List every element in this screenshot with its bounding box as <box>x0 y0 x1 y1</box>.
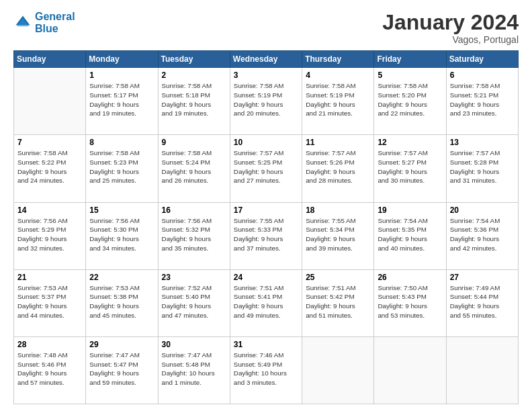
day-number: 30 <box>162 340 226 349</box>
day-info: Sunrise: 7:57 AM Sunset: 5:28 PM Dayligh… <box>450 148 515 185</box>
calendar-cell: 1Sunrise: 7:58 AM Sunset: 5:17 PM Daylig… <box>86 68 158 135</box>
calendar-day-header: Tuesday <box>158 51 230 68</box>
week-row: 1Sunrise: 7:58 AM Sunset: 5:17 PM Daylig… <box>14 68 519 135</box>
day-info: Sunrise: 7:46 AM Sunset: 5:49 PM Dayligh… <box>234 351 298 387</box>
day-number: 7 <box>17 138 82 147</box>
day-info: Sunrise: 7:58 AM Sunset: 5:21 PM Dayligh… <box>450 81 515 118</box>
day-info: Sunrise: 7:53 AM Sunset: 5:37 PM Dayligh… <box>17 283 82 320</box>
calendar-cell: 17Sunrise: 7:55 AM Sunset: 5:33 PM Dayli… <box>230 202 302 269</box>
day-number: 26 <box>378 273 442 282</box>
calendar-table: SundayMondayTuesdayWednesdayThursdayFrid… <box>13 50 519 404</box>
calendar-header-row: SundayMondayTuesdayWednesdayThursdayFrid… <box>14 51 519 68</box>
calendar-cell: 16Sunrise: 7:56 AM Sunset: 5:32 PM Dayli… <box>158 202 230 269</box>
calendar-cell: 22Sunrise: 7:53 AM Sunset: 5:38 PM Dayli… <box>86 269 158 336</box>
calendar-cell <box>14 68 86 135</box>
day-info: Sunrise: 7:49 AM Sunset: 5:44 PM Dayligh… <box>450 283 515 320</box>
day-info: Sunrise: 7:48 AM Sunset: 5:46 PM Dayligh… <box>17 351 82 387</box>
main-title: January 2024 <box>382 11 519 34</box>
day-number: 9 <box>162 138 226 147</box>
day-number: 29 <box>89 340 154 349</box>
day-info: Sunrise: 7:50 AM Sunset: 5:43 PM Dayligh… <box>378 283 442 320</box>
day-info: Sunrise: 7:56 AM Sunset: 5:29 PM Dayligh… <box>17 216 82 253</box>
day-info: Sunrise: 7:52 AM Sunset: 5:40 PM Dayligh… <box>162 283 226 320</box>
day-number: 31 <box>234 340 298 349</box>
calendar-cell: 6Sunrise: 7:58 AM Sunset: 5:21 PM Daylig… <box>446 68 518 135</box>
calendar-cell: 11Sunrise: 7:57 AM Sunset: 5:26 PM Dayli… <box>302 135 374 202</box>
day-info: Sunrise: 7:51 AM Sunset: 5:41 PM Dayligh… <box>234 283 298 320</box>
calendar-cell: 31Sunrise: 7:46 AM Sunset: 5:49 PM Dayli… <box>230 336 302 404</box>
day-number: 15 <box>89 205 154 215</box>
calendar-cell: 25Sunrise: 7:51 AM Sunset: 5:42 PM Dayli… <box>302 269 374 336</box>
calendar-cell: 4Sunrise: 7:58 AM Sunset: 5:19 PM Daylig… <box>302 68 374 135</box>
calendar-cell: 23Sunrise: 7:52 AM Sunset: 5:40 PM Dayli… <box>158 269 230 336</box>
calendar-cell: 15Sunrise: 7:56 AM Sunset: 5:30 PM Dayli… <box>86 202 158 269</box>
day-info: Sunrise: 7:55 AM Sunset: 5:34 PM Dayligh… <box>306 216 370 253</box>
day-info: Sunrise: 7:47 AM Sunset: 5:47 PM Dayligh… <box>89 351 154 387</box>
day-number: 21 <box>17 273 82 282</box>
day-info: Sunrise: 7:56 AM Sunset: 5:30 PM Dayligh… <box>89 216 154 253</box>
calendar-cell: 18Sunrise: 7:55 AM Sunset: 5:34 PM Dayli… <box>302 202 374 269</box>
title-block: January 2024 Vagos, Portugal <box>382 11 519 45</box>
calendar-cell: 20Sunrise: 7:54 AM Sunset: 5:36 PM Dayli… <box>446 202 518 269</box>
day-number: 14 <box>17 205 82 215</box>
calendar-cell: 28Sunrise: 7:48 AM Sunset: 5:46 PM Dayli… <box>14 336 86 404</box>
calendar-cell: 14Sunrise: 7:56 AM Sunset: 5:29 PM Dayli… <box>14 202 86 269</box>
day-info: Sunrise: 7:54 AM Sunset: 5:35 PM Dayligh… <box>378 216 442 253</box>
day-number: 1 <box>89 71 154 80</box>
day-number: 2 <box>162 71 226 80</box>
calendar-day-header: Wednesday <box>230 51 302 68</box>
day-info: Sunrise: 7:58 AM Sunset: 5:18 PM Dayligh… <box>162 81 226 118</box>
calendar-cell: 30Sunrise: 7:47 AM Sunset: 5:48 PM Dayli… <box>158 336 230 404</box>
logo-text: General Blue <box>35 11 75 35</box>
calendar-cell <box>374 336 446 404</box>
day-info: Sunrise: 7:53 AM Sunset: 5:38 PM Dayligh… <box>89 283 154 320</box>
day-number: 22 <box>89 273 154 282</box>
day-info: Sunrise: 7:57 AM Sunset: 5:26 PM Dayligh… <box>306 148 370 185</box>
calendar-day-header: Friday <box>374 51 446 68</box>
week-row: 14Sunrise: 7:56 AM Sunset: 5:29 PM Dayli… <box>14 202 519 269</box>
page: General Blue January 2024 Vagos, Portuga… <box>0 0 532 411</box>
day-info: Sunrise: 7:57 AM Sunset: 5:27 PM Dayligh… <box>378 148 442 185</box>
calendar-cell: 12Sunrise: 7:57 AM Sunset: 5:27 PM Dayli… <box>374 135 446 202</box>
day-number: 25 <box>306 273 370 282</box>
calendar-cell <box>302 336 374 404</box>
day-number: 8 <box>89 138 154 147</box>
calendar-day-header: Monday <box>86 51 158 68</box>
calendar-day-header: Sunday <box>14 51 86 68</box>
header: General Blue January 2024 Vagos, Portuga… <box>13 11 519 45</box>
logo: General Blue <box>13 11 75 35</box>
day-info: Sunrise: 7:57 AM Sunset: 5:25 PM Dayligh… <box>234 148 298 185</box>
day-info: Sunrise: 7:58 AM Sunset: 5:19 PM Dayligh… <box>234 81 298 118</box>
day-number: 13 <box>450 138 515 147</box>
calendar-cell: 2Sunrise: 7:58 AM Sunset: 5:18 PM Daylig… <box>158 68 230 135</box>
day-info: Sunrise: 7:51 AM Sunset: 5:42 PM Dayligh… <box>306 283 370 320</box>
calendar-day-header: Saturday <box>446 51 518 68</box>
day-number: 18 <box>306 205 370 215</box>
week-row: 7Sunrise: 7:58 AM Sunset: 5:22 PM Daylig… <box>14 135 519 202</box>
day-number: 28 <box>17 340 82 349</box>
calendar-cell: 27Sunrise: 7:49 AM Sunset: 5:44 PM Dayli… <box>446 269 518 336</box>
day-info: Sunrise: 7:58 AM Sunset: 5:19 PM Dayligh… <box>306 81 370 118</box>
week-row: 28Sunrise: 7:48 AM Sunset: 5:46 PM Dayli… <box>14 336 519 404</box>
day-number: 24 <box>234 273 298 282</box>
day-number: 3 <box>234 71 298 80</box>
calendar-cell: 21Sunrise: 7:53 AM Sunset: 5:37 PM Dayli… <box>14 269 86 336</box>
day-number: 12 <box>378 138 442 147</box>
calendar-cell: 26Sunrise: 7:50 AM Sunset: 5:43 PM Dayli… <box>374 269 446 336</box>
calendar-cell: 19Sunrise: 7:54 AM Sunset: 5:35 PM Dayli… <box>374 202 446 269</box>
day-info: Sunrise: 7:47 AM Sunset: 5:48 PM Dayligh… <box>162 351 226 387</box>
calendar-cell: 13Sunrise: 7:57 AM Sunset: 5:28 PM Dayli… <box>446 135 518 202</box>
calendar-cell: 8Sunrise: 7:58 AM Sunset: 5:23 PM Daylig… <box>86 135 158 202</box>
day-info: Sunrise: 7:54 AM Sunset: 5:36 PM Dayligh… <box>450 216 515 253</box>
calendar-cell: 7Sunrise: 7:58 AM Sunset: 5:22 PM Daylig… <box>14 135 86 202</box>
week-row: 21Sunrise: 7:53 AM Sunset: 5:37 PM Dayli… <box>14 269 519 336</box>
calendar-cell: 29Sunrise: 7:47 AM Sunset: 5:47 PM Dayli… <box>86 336 158 404</box>
day-number: 4 <box>306 71 370 80</box>
day-info: Sunrise: 7:58 AM Sunset: 5:22 PM Dayligh… <box>17 148 82 185</box>
day-number: 5 <box>378 71 442 80</box>
day-info: Sunrise: 7:58 AM Sunset: 5:23 PM Dayligh… <box>89 148 154 185</box>
day-info: Sunrise: 7:58 AM Sunset: 5:17 PM Dayligh… <box>89 81 154 118</box>
day-number: 20 <box>450 205 515 215</box>
day-number: 6 <box>450 71 515 80</box>
subtitle: Vagos, Portugal <box>382 34 519 45</box>
